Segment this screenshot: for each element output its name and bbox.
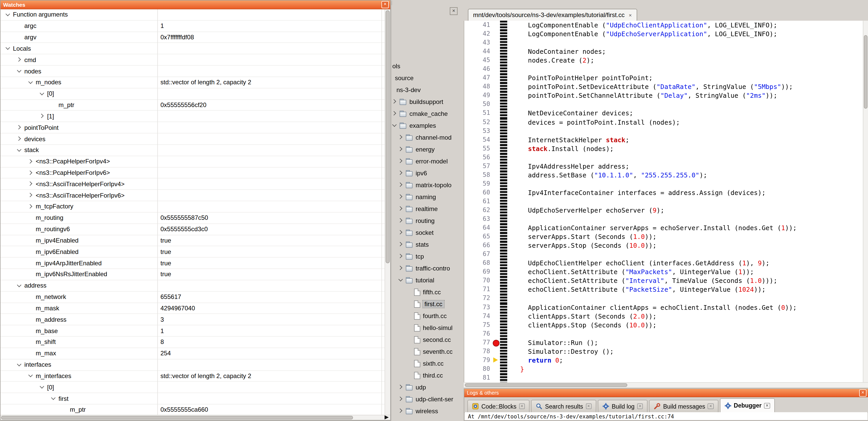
line-number[interactable]: 70 [464,277,492,285]
tree-item[interactable]: buildsupport [391,96,460,107]
close-icon[interactable]: × [859,389,866,396]
tab-close-icon[interactable]: × [637,403,643,409]
breakpoint-margin[interactable] [492,126,500,135]
close-icon[interactable]: × [450,7,458,15]
log-tab-build-log[interactable]: Build log× [598,400,648,412]
breakpoint-margin[interactable] [492,329,500,338]
line-number[interactable]: 73 [464,303,492,312]
breakpoint-margin[interactable] [492,38,500,47]
watch-row[interactable]: m_ptr0x55555556cf20 [1,100,385,111]
watch-row[interactable]: m_routing0x555555587c50 [1,213,385,224]
watch-row[interactable]: m_mask4294967040 [1,303,385,314]
tab-close-icon[interactable]: × [764,402,770,408]
chevron-down-icon[interactable] [39,384,45,390]
breakpoint-margin[interactable] [492,268,500,277]
editor-horizontal-scrollbar[interactable] [464,382,868,387]
tree-item[interactable]: tutorial [391,274,460,286]
chevron-down-icon[interactable] [51,396,56,401]
line-number[interactable]: 65 [464,232,492,241]
breakpoint-margin[interactable] [492,312,500,320]
line-number[interactable]: 45 [464,56,492,65]
chevron-right-icon[interactable] [28,192,34,198]
breakpoint-margin[interactable] [492,56,500,65]
breakpoint-margin[interactable] [492,250,500,259]
breakpoint-margin[interactable] [492,215,500,223]
breakpoint-margin[interactable] [492,223,500,232]
editor-tab-first-cc[interactable]: mnt/dev/tools/source/ns-3-dev/examples/t… [468,9,637,21]
line-number[interactable]: 50 [464,100,492,109]
line-number[interactable]: 59 [464,180,492,188]
line-number[interactable]: 76 [464,329,492,338]
tree-item[interactable]: examples [391,120,460,131]
tree-item[interactable]: traffic-contro [391,262,460,274]
tree-item[interactable]: channel-mod [391,131,460,143]
log-tab-search-results[interactable]: Search results× [531,400,596,412]
chevron-down-icon[interactable] [392,123,398,128]
line-number[interactable]: 61 [464,197,492,206]
line-number[interactable]: 41 [464,21,492,30]
scrollbar-thumb[interactable] [385,10,390,263]
chevron-down-icon[interactable] [28,373,34,379]
watch-row[interactable]: address [1,280,385,292]
breakpoint-margin[interactable] [492,109,500,118]
watch-row[interactable]: m_network655617 [1,291,385,303]
line-number[interactable]: 81 [464,374,492,382]
line-number[interactable]: 51 [464,109,492,118]
line-number[interactable]: 64 [464,223,492,232]
line-number[interactable]: 60 [464,188,492,197]
watch-row[interactable]: [1] [1,111,385,122]
line-number[interactable]: 69 [464,268,492,277]
line-number[interactable]: 66 [464,241,492,250]
tree-item[interactable]: tcp [391,250,460,262]
breakpoint-margin[interactable] [492,180,500,188]
watch-row[interactable]: first [1,393,385,404]
breakpoint-marker[interactable] [493,339,499,346]
line-number[interactable]: 48 [464,83,492,91]
tab-close-icon[interactable]: × [629,12,632,18]
breakpoint-margin[interactable] [492,91,500,100]
breakpoint-margin[interactable] [492,294,500,303]
tree-item[interactable]: fourth.cc [391,310,460,322]
watch-row[interactable]: m_nodesstd::vector of length 2, capacity… [1,77,385,89]
chevron-down-icon[interactable] [28,79,34,85]
chevron-right-icon[interactable] [398,384,404,390]
line-number[interactable]: 46 [464,65,492,73]
breakpoint-margin[interactable] [492,171,500,180]
watch-row[interactable]: m_ipv6NsRsJitterEnabledtrue [1,269,385,280]
chevron-right-icon[interactable] [28,170,34,175]
log-tab-build-messages[interactable]: Build messages× [649,400,718,412]
tree-item[interactable]: wireless [391,405,460,417]
tree-item[interactable]: cmake_cache [391,107,460,120]
watch-row[interactable]: <ns3::PcapHelperForIpv4> [1,156,385,168]
tree-item[interactable]: naming [391,191,460,203]
line-number[interactable]: 43 [464,38,492,47]
scrollbar-thumb[interactable] [864,35,867,108]
tree-item[interactable]: energy [391,143,460,155]
breakpoint-margin[interactable] [492,47,500,56]
line-number[interactable]: 68 [464,259,492,268]
line-number[interactable]: 52 [464,118,492,126]
watch-row[interactable]: m_routingv60x5555555cd3c0 [1,224,385,235]
tree-item[interactable]: socket [391,227,460,238]
breakpoint-margin[interactable] [492,162,500,171]
watch-row[interactable]: <ns3::PcapHelperForIpv6> [1,167,385,179]
tree-item[interactable]: routing [391,215,460,227]
watch-row[interactable]: [0] [1,382,385,393]
tree-item[interactable]: udp [391,381,460,393]
line-number[interactable]: 80 [464,365,492,374]
line-number[interactable]: 74 [464,312,492,320]
chevron-down-icon[interactable] [17,362,22,367]
close-icon[interactable]: × [381,1,389,8]
tree-item[interactable]: third.cc [391,369,460,381]
tree-item[interactable]: ipv6 [391,167,460,179]
line-number[interactable]: 54 [464,135,492,144]
chevron-down-icon[interactable] [5,12,11,18]
chevron-down-icon[interactable] [17,148,22,153]
tree-item[interactable]: fifth.cc [391,286,460,298]
breakpoint-margin[interactable] [492,21,500,30]
watches-vertical-scrollbar[interactable] [384,9,390,415]
line-number[interactable]: 72 [464,294,492,303]
watch-row[interactable]: m_ipv4ArpJitterEnabledtrue [1,258,385,269]
log-tab-debugger[interactable]: Debugger× [720,398,775,412]
watch-row[interactable]: stack [1,145,385,156]
